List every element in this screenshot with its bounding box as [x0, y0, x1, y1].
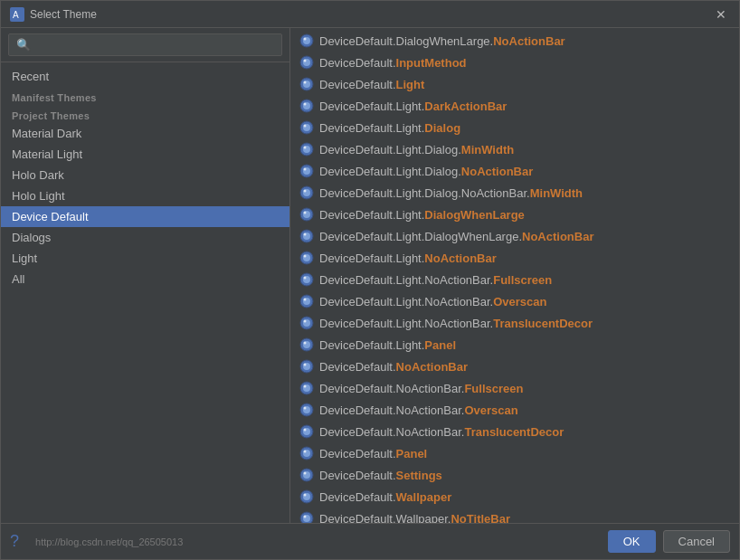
- svg-text:A: A: [13, 10, 19, 20]
- footer: ? http://blog.csdn.net/qq_26505013 OK Ca…: [1, 523, 739, 559]
- svg-point-40: [304, 299, 307, 301]
- svg-point-49: [304, 364, 307, 366]
- theme-name-label: DeviceDefault.NoActionBar.Fullscreen: [319, 382, 523, 395]
- theme-icon: [299, 99, 314, 113]
- theme-item[interactable]: DeviceDefault.Wallpaper: [290, 486, 739, 508]
- svg-point-52: [304, 385, 307, 388]
- svg-point-16: [304, 125, 307, 128]
- svg-point-4: [304, 38, 307, 41]
- theme-name-label: DeviceDefault.NoActionBar.TranslucentDec…: [319, 425, 564, 439]
- theme-icon: [299, 316, 314, 330]
- theme-item[interactable]: DeviceDefault.NoActionBar.TranslucentDec…: [290, 421, 739, 442]
- sidebar-item-material-dark[interactable]: Material Dark: [1, 123, 289, 144]
- sidebar-item-device-default[interactable]: Device Default: [1, 206, 289, 227]
- theme-name-label: DeviceDefault.Light.Dialog: [319, 121, 460, 135]
- search-input[interactable]: [8, 33, 282, 56]
- svg-point-7: [304, 60, 307, 62]
- svg-point-28: [304, 212, 307, 214]
- theme-item[interactable]: DeviceDefault.Light: [290, 73, 739, 95]
- theme-item[interactable]: DeviceDefault.Light.NoActionBar: [290, 247, 739, 269]
- svg-point-61: [304, 451, 307, 453]
- theme-name-label: DeviceDefault.Wallpaper.NoTitleBar: [319, 512, 510, 524]
- theme-name-label: DeviceDefault.Wallpaper: [319, 490, 451, 504]
- theme-item[interactable]: DeviceDefault.Light.NoActionBar.Overscan: [290, 290, 739, 312]
- svg-point-64: [304, 472, 307, 475]
- theme-item[interactable]: DeviceDefault.InputMethod: [290, 52, 739, 73]
- theme-icon: [299, 446, 314, 460]
- theme-item[interactable]: DeviceDefault.Light.Panel: [290, 334, 739, 356]
- manifest-themes-header: Manifest Themes: [1, 87, 289, 105]
- theme-item[interactable]: DeviceDefault.NoActionBar: [290, 356, 739, 377]
- theme-name-label: DeviceDefault.InputMethod: [319, 56, 467, 70]
- theme-name-label: DeviceDefault.Settings: [319, 469, 442, 482]
- theme-icon: [299, 251, 314, 265]
- theme-name-label: DeviceDefault.Light: [319, 78, 424, 91]
- theme-name-label: DeviceDefault.Panel: [319, 447, 427, 460]
- theme-name-label: DeviceDefault.Light.Panel: [319, 338, 456, 352]
- theme-icon: [299, 294, 314, 308]
- theme-item[interactable]: DeviceDefault.Light.Dialog.MinWidth: [290, 138, 739, 160]
- theme-icon: [299, 142, 314, 157]
- theme-icon: [299, 381, 314, 395]
- theme-item[interactable]: DeviceDefault.NoActionBar.Overscan: [290, 399, 739, 421]
- theme-item[interactable]: DeviceDefault.Light.Dialog: [290, 117, 739, 138]
- theme-icon: [299, 120, 314, 135]
- left-list: Recent Manifest Themes Project Themes Ma…: [1, 62, 289, 523]
- theme-icon: [299, 403, 314, 417]
- theme-name-label: DeviceDefault.DialogWhenLarge.NoActionBa…: [319, 34, 565, 48]
- svg-point-10: [304, 81, 307, 84]
- theme-icon: [299, 468, 314, 482]
- sidebar-item-holo-light[interactable]: Holo Light: [1, 185, 289, 206]
- theme-item[interactable]: DeviceDefault.DialogWhenLarge.NoActionBa…: [290, 30, 739, 52]
- theme-item[interactable]: DeviceDefault.Panel: [290, 442, 739, 464]
- svg-point-55: [304, 407, 307, 410]
- theme-icon: [299, 337, 314, 352]
- theme-icon: [299, 272, 314, 287]
- title-bar: A Select Theme ✕: [1, 1, 739, 28]
- theme-icon: [299, 164, 314, 178]
- sidebar-item-holo-dark[interactable]: Holo Dark: [1, 165, 289, 185]
- theme-item[interactable]: DeviceDefault.Light.Dialog.NoActionBar.M…: [290, 182, 739, 204]
- title-bar-left: A Select Theme: [10, 7, 97, 22]
- theme-item[interactable]: DeviceDefault.Light.Dialog.NoActionBar: [290, 160, 739, 182]
- close-button[interactable]: ✕: [712, 6, 730, 23]
- theme-icon: [299, 359, 314, 374]
- theme-item[interactable]: DeviceDefault.Wallpaper.NoTitleBar: [290, 508, 739, 523]
- sidebar-item-material-light[interactable]: Material Light: [1, 144, 289, 165]
- svg-point-67: [304, 494, 307, 497]
- theme-item[interactable]: DeviceDefault.Light.NoActionBar.Fullscre…: [290, 269, 739, 290]
- sidebar-item-light[interactable]: Light: [1, 248, 289, 269]
- theme-name-label: DeviceDefault.NoActionBar: [319, 360, 468, 374]
- theme-icon: [299, 33, 314, 48]
- sidebar-item-all[interactable]: All: [1, 269, 289, 289]
- svg-point-70: [304, 516, 307, 518]
- svg-point-46: [304, 342, 307, 345]
- theme-item[interactable]: DeviceDefault.Light.DialogWhenLarge.NoAc…: [290, 225, 739, 247]
- left-panel: Recent Manifest Themes Project Themes Ma…: [1, 28, 290, 523]
- ok-button[interactable]: OK: [608, 530, 656, 553]
- theme-item[interactable]: DeviceDefault.Light.DialogWhenLarge: [290, 204, 739, 225]
- select-theme-dialog: A Select Theme ✕ Recent Manifest Themes …: [0, 0, 740, 560]
- right-panel[interactable]: DeviceDefault.DialogWhenLarge.NoActionBa…: [290, 28, 739, 523]
- svg-point-22: [304, 168, 307, 171]
- theme-item[interactable]: DeviceDefault.Settings: [290, 464, 739, 486]
- theme-icon: [299, 185, 314, 200]
- cancel-button[interactable]: Cancel: [663, 530, 730, 553]
- theme-item[interactable]: DeviceDefault.Light.DarkActionBar: [290, 95, 739, 117]
- theme-name-label: DeviceDefault.Light.DarkActionBar: [319, 100, 507, 113]
- svg-point-58: [304, 429, 307, 432]
- footer-url: http://blog.csdn.net/qq_26505013: [26, 536, 601, 547]
- svg-point-19: [304, 147, 307, 149]
- theme-name-label: DeviceDefault.Light.DialogWhenLarge.NoAc…: [319, 230, 593, 243]
- theme-icon: [299, 55, 314, 70]
- theme-icon: [299, 489, 314, 504]
- theme-item[interactable]: DeviceDefault.NoActionBar.Fullscreen: [290, 377, 739, 399]
- help-icon[interactable]: ?: [10, 532, 19, 551]
- theme-name-label: DeviceDefault.Light.Dialog.MinWidth: [319, 143, 514, 157]
- svg-point-37: [304, 277, 307, 280]
- sidebar-item-dialogs[interactable]: Dialogs: [1, 227, 289, 248]
- theme-name-label: DeviceDefault.Light.Dialog.NoActionBar.M…: [319, 186, 583, 200]
- theme-item[interactable]: DeviceDefault.Light.NoActionBar.Transluc…: [290, 312, 739, 334]
- svg-point-31: [304, 233, 307, 236]
- sidebar-item-recent[interactable]: Recent: [1, 66, 289, 87]
